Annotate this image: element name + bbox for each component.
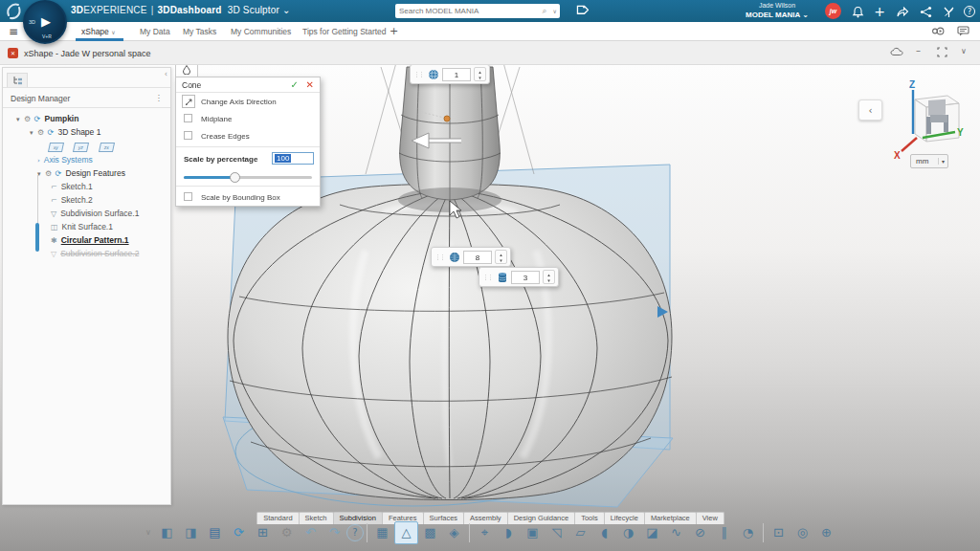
duplicates-spin-buttons[interactable]: ▴▾	[474, 67, 486, 81]
slider-knob[interactable]	[230, 172, 240, 183]
tab-my-communities[interactable]: My Communities	[231, 22, 291, 41]
panel-collapse-icon[interactable]: ‹	[165, 70, 167, 78]
weld-button[interactable]: ⊘	[688, 521, 712, 544]
swym-community-icon[interactable]	[941, 4, 956, 19]
tree-node-3d-shape[interactable]: ▾ ⚙ ⟳ 3D Shape 1	[30, 126, 100, 139]
collapse-bar-icon[interactable]: ∨	[961, 47, 967, 55]
search-icon[interactable]: ⌕	[540, 6, 550, 16]
dassault-logo-icon[interactable]	[5, 2, 22, 20]
planar-face-button[interactable]: ◹	[545, 521, 568, 544]
feature-insert-marker[interactable]	[35, 223, 39, 252]
open-3d-shape-button[interactable]: ◨	[179, 521, 203, 544]
tab-my-tasks[interactable]: My Tasks	[183, 22, 216, 41]
box-mode-button[interactable]: ⊡	[767, 521, 791, 544]
bounding-box-checkbox[interactable]	[184, 192, 192, 201]
plane-zx-icon[interactable]: zx	[99, 143, 115, 152]
midplane-checkbox[interactable]	[184, 114, 192, 122]
bend-surface-button[interactable]: ◗	[497, 521, 521, 544]
sides-stepper[interactable]: ⋮⋮ 8 ▴▾	[431, 247, 511, 267]
crease-edges-checkbox[interactable]	[184, 131, 192, 140]
compass[interactable]: ▶ 3D V+R	[23, 0, 67, 44]
share-forward-icon[interactable]	[895, 4, 910, 19]
delete-face-button[interactable]: ◪	[640, 521, 664, 544]
confirm-check-icon[interactable]: ✓	[291, 79, 299, 90]
sweep-arc-button[interactable]: ◔	[736, 521, 760, 544]
fullscreen-icon[interactable]	[937, 47, 947, 57]
polygon-select-button[interactable]: ▱	[568, 521, 592, 544]
tree-node-pumpkin[interactable]: ▾ ⚙ ⟳ Pumpkin	[16, 113, 78, 125]
cloud-status-icon[interactable]	[890, 47, 903, 56]
sections-value-input[interactable]: 3	[511, 271, 540, 284]
revolve-button[interactable]: ◎	[791, 521, 814, 544]
duplicates-value-input[interactable]: 1	[442, 68, 471, 81]
tree-node-subdivision-surface2[interactable]: ▽Subdivision Surface.2	[51, 248, 139, 260]
media-watch-icon[interactable]	[931, 26, 945, 36]
tree-node-sketch2[interactable]: ⌐Sketch.2	[51, 194, 93, 207]
plane-xy-icon[interactable]: xy	[48, 143, 64, 152]
tab-tips[interactable]: Tips for Getting Started	[302, 22, 387, 41]
units-dropdown[interactable]: mm ▾	[910, 154, 948, 168]
search-input[interactable]	[395, 7, 540, 15]
scale-slider[interactable]	[184, 176, 312, 179]
cancel-close-icon[interactable]: ✕	[306, 79, 314, 90]
change-axis-icon[interactable]	[182, 95, 195, 108]
drag-handle-icon[interactable]: ⋮⋮	[482, 274, 492, 281]
hamburger-menu-icon[interactable]: ≡	[9, 25, 18, 38]
sections-spin-buttons[interactable]: ▴▾	[543, 270, 555, 284]
tree-view-tab[interactable]	[7, 73, 28, 87]
viewport-collapse-button[interactable]: ‹	[858, 99, 882, 121]
import-export-button[interactable]: ⊞	[251, 521, 275, 544]
pin-surface-button[interactable]: ⌖	[473, 521, 497, 544]
new-3d-shape-button[interactable]: ◧	[155, 521, 179, 544]
duplicates-stepper[interactable]: ⋮⋮ 1 ▴▾	[410, 64, 490, 84]
add-content-icon[interactable]: +	[872, 4, 887, 19]
panel-options-kebab-icon[interactable]: ⋮	[155, 93, 164, 102]
tree-node-sketch1[interactable]: ⌐Sketch.1	[51, 181, 93, 193]
tree-node-knit-surface[interactable]: ◫Knit Surface.1	[51, 221, 113, 233]
share-network-icon[interactable]	[918, 4, 933, 19]
tree-node-circular-pattern[interactable]: ✱Circular Pattern.1	[51, 234, 129, 247]
change-axis-row[interactable]: Change Axis Direction	[176, 93, 320, 110]
save-button[interactable]: ▤	[203, 521, 227, 544]
user-menu[interactable]: Jade Wilson MODEL MANIA ⌄	[729, 1, 825, 20]
trim-sphere-button[interactable]: ◑	[616, 521, 640, 544]
compass-play-icon[interactable]: ▶	[41, 14, 51, 29]
sections-stepper[interactable]: ⋮⋮ 3 ▴▾	[479, 267, 559, 287]
surface-patch-button[interactable]: ▦	[370, 521, 394, 544]
match-parallel-button[interactable]: ∥	[712, 521, 736, 544]
search-options-caret-icon[interactable]: ∨	[550, 8, 560, 14]
undo-button[interactable]: ↶	[299, 521, 323, 544]
refresh-button[interactable]: ⟳	[227, 521, 251, 544]
help-icon[interactable]: ?	[962, 4, 977, 19]
chat-icon[interactable]	[957, 26, 969, 36]
add-tab-icon[interactable]: +	[390, 25, 398, 37]
drag-handle-icon[interactable]: ⋮⋮	[434, 253, 444, 261]
avatar[interactable]: jw	[825, 3, 841, 19]
plane-yz-icon[interactable]: yz	[73, 143, 89, 152]
settings-gear-icon[interactable]: ⚙	[275, 521, 299, 544]
tree-node-axis-systems[interactable]: › Axis Systems	[37, 154, 93, 166]
redo-button[interactable]: ↷	[323, 521, 346, 544]
minimize-icon[interactable]: –	[916, 45, 921, 55]
flow-curve-button[interactable]: ∿	[664, 521, 688, 544]
notifications-bell-icon[interactable]	[850, 4, 865, 19]
sides-spin-buttons[interactable]: ▴▾	[495, 250, 507, 264]
tree-node-subdivision-surface1[interactable]: ▽Subdivision Surface.1	[51, 208, 139, 220]
app-breadcrumb[interactable]: 3DEXPERIENCE|3DDashboard 3D Sculptor ⌄	[71, 5, 291, 15]
toolbar-collapse-icon[interactable]: ∨	[142, 521, 155, 544]
cage-box-button[interactable]: ▩	[418, 521, 442, 544]
help-button[interactable]: ?	[346, 524, 364, 541]
cone-primitive-button[interactable]: △	[394, 521, 418, 544]
drag-handle-icon[interactable]: ⋮⋮	[413, 71, 423, 78]
sides-value-input[interactable]: 8	[463, 251, 492, 264]
tab-my-data[interactable]: My Data	[140, 22, 170, 41]
app-switch-caret-icon[interactable]: ⌄	[282, 5, 291, 15]
tree-node-design-features[interactable]: ▾ ⚙ ⟳ Design Features	[37, 167, 125, 180]
scale-percentage-input[interactable]: 100	[272, 152, 314, 165]
symmetry-button[interactable]: ⊕	[814, 521, 838, 544]
tag-icon[interactable]	[574, 3, 589, 17]
blend-surface-button[interactable]: ◖	[592, 521, 616, 544]
view-cube[interactable]: Z Y X	[888, 78, 965, 159]
global-search[interactable]: ⌕ ∨	[395, 4, 560, 18]
frame-surface-button[interactable]: ▣	[521, 521, 545, 544]
